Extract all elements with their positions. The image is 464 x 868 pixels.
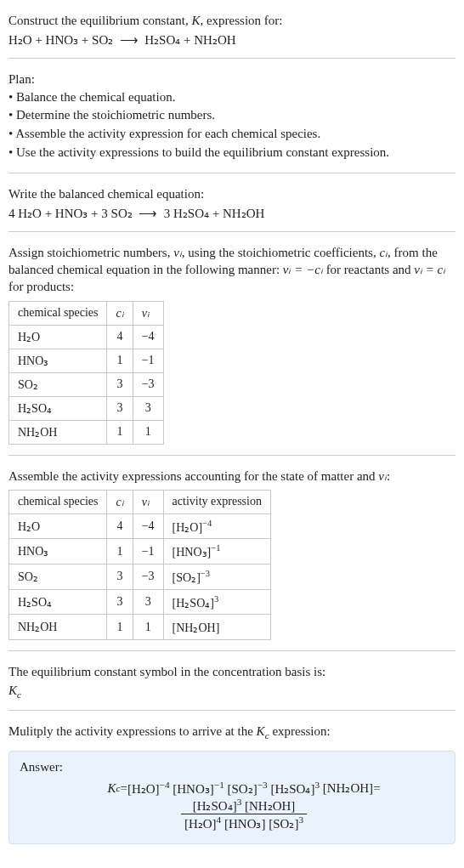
term-base: [NH₂OH]: [245, 799, 295, 813]
cell-ci: 3: [107, 564, 133, 590]
nu-symbol: νᵢ: [173, 246, 182, 259]
multiply-text-part: Mulitply the activity expressions to arr…: [8, 724, 257, 738]
activity-exp: −3: [201, 569, 210, 578]
cell-nui: −4: [133, 513, 163, 539]
term-base: [HNO₃]: [224, 817, 266, 831]
term-base: [H₂SO₄]: [270, 782, 314, 796]
assign-text-part: for products:: [8, 280, 74, 293]
assign-text-part: for reactants and: [323, 263, 414, 276]
cell-species: HNO₃: [9, 539, 107, 564]
table-row: NH₂OH11[NH₂OH]: [9, 615, 271, 640]
cell-nui: −4: [133, 325, 163, 349]
term: [HNO₃]−1: [173, 780, 224, 797]
cell-ci: 4: [107, 513, 133, 539]
term-base: [H₂O]: [127, 782, 160, 796]
intro-text-post: , expression for:: [200, 14, 282, 27]
term: [SO₂]−3: [228, 780, 268, 797]
term-base: [H₂O]: [184, 817, 217, 831]
answer-box: Answer: Kc = [H₂O]−4 [HNO₃]−1 [SO₂]−3 [H…: [8, 751, 456, 844]
cell-activity: [SO₂]−3: [163, 564, 270, 590]
divider: [8, 58, 456, 59]
cell-species: SO₂: [9, 372, 107, 396]
cell-species: NH₂OH: [9, 420, 107, 444]
assemble-text-part: Assemble the activity expressions accoun…: [8, 469, 378, 483]
page: Construct the equilibrium constant, K, e…: [0, 0, 464, 858]
intro-section: Construct the equilibrium constant, K, e…: [8, 7, 456, 56]
cell-ci: 3: [107, 372, 133, 396]
assemble-text-part: :: [387, 469, 390, 483]
term-base: [H₂SO₄]: [193, 799, 237, 813]
balanced-eq-lhs: 4 H₂O + HNO₃ + 3 SO₂: [8, 207, 133, 220]
table-row: HNO₃1−1[HNO₃]−1: [9, 539, 271, 564]
table-row: NH₂OH11: [9, 420, 164, 444]
divider: [8, 650, 456, 651]
plan-section: Plan: • Balance the chemical equation. •…: [8, 65, 456, 170]
cell-nui: −1: [133, 539, 163, 564]
col-species: chemical species: [9, 490, 107, 513]
term-exp: 3: [237, 797, 242, 807]
term-base: [SO₂]: [269, 817, 298, 831]
assign-text-part: Assign stoichiometric numbers,: [8, 246, 173, 259]
cell-species: H₂O: [9, 325, 107, 349]
table-row: SO₂3−3[SO₂]−3: [9, 564, 271, 590]
equals-sign: =: [120, 781, 127, 796]
cell-activity: [HNO₃]−1: [163, 539, 270, 564]
answer-expression: Kc = [H₂O]−4 [HNO₃]−1 [SO₂]−3 [H₂SO₄]3 […: [20, 780, 444, 831]
term: [NH₂OH]: [323, 780, 373, 796]
activity-base: [SO₂]: [173, 571, 201, 584]
activity-base: [H₂O]: [173, 520, 203, 533]
cell-species: HNO₃: [9, 349, 107, 372]
multiply-text-part: expression:: [269, 724, 331, 738]
plan-title: Plan:: [8, 71, 456, 88]
cell-species: NH₂OH: [9, 615, 107, 640]
multiply-section: Mulitply the activity expressions to arr…: [8, 718, 456, 746]
term-base: [NH₂OH]: [323, 781, 373, 795]
multiply-text: Mulitply the activity expressions to arr…: [8, 723, 456, 742]
assign-section: Assign stoichiometric numbers, νᵢ, using…: [8, 239, 456, 453]
intro-k: K: [191, 14, 200, 27]
activity-exp: −4: [202, 519, 212, 528]
cell-species: H₂SO₄: [9, 589, 107, 615]
term-exp: 3: [298, 814, 303, 825]
cell-nui: −3: [133, 372, 163, 396]
col-ci: cᵢ: [107, 301, 133, 325]
assign-text: Assign stoichiometric numbers, νᵢ, using…: [8, 244, 456, 296]
plan-bullet: • Use the activity expressions to build …: [8, 144, 456, 162]
table-row: H₂O4−4: [9, 325, 164, 349]
kc-k: K: [257, 724, 265, 738]
cell-nui: −3: [133, 564, 163, 590]
table-row: H₂SO₄33[H₂SO₄]3: [9, 589, 271, 615]
term-exp: 3: [314, 780, 320, 790]
cell-nui: −1: [133, 349, 163, 372]
cell-nui: 1: [133, 615, 163, 640]
fraction-denominator: [H₂O]4 [HNO₃] [SO₂]3: [181, 814, 307, 831]
fraction-numerator: [H₂SO₄]3 [NH₂OH]: [181, 797, 307, 814]
cell-ci: 4: [107, 325, 133, 349]
activity-exp: −1: [211, 543, 220, 553]
cell-nui: 3: [133, 396, 163, 420]
cell-species: H₂O: [9, 513, 107, 539]
col-ci: cᵢ: [107, 490, 133, 513]
table-row: H₂O4−4[H₂O]−4: [9, 513, 271, 539]
term-exp: −3: [257, 780, 268, 790]
cell-nui: 3: [133, 589, 163, 615]
balanced-equation: 4 H₂O + HNO₃ + 3 SO₂ ⟶ 3 H₂SO₄ + NH₂OH: [8, 206, 456, 221]
assign-text-part: , using the stoichiometric coefficients,: [182, 246, 380, 259]
intro-eq-rhs: H₂SO₄ + NH₂OH: [144, 33, 235, 47]
cell-ci: 1: [107, 420, 133, 444]
divider: [8, 231, 456, 232]
table-row: H₂SO₄33: [9, 396, 164, 420]
activity-base: [H₂SO₄]: [173, 596, 214, 609]
arrow-icon: ⟶: [120, 33, 139, 47]
kc-k: K: [107, 781, 116, 796]
intro-text-pre: Construct the equilibrium constant,: [8, 14, 191, 27]
term-exp: 4: [217, 814, 222, 825]
activity-base: [NH₂OH]: [173, 621, 220, 634]
divider: [8, 173, 456, 173]
cell-ci: 1: [107, 539, 133, 564]
activity-table: chemical species cᵢ νᵢ activity expressi…: [8, 490, 271, 640]
table-header-row: chemical species cᵢ νᵢ activity expressi…: [9, 490, 271, 513]
term: [H₂O]−4: [127, 780, 170, 797]
activity-exp: 3: [214, 594, 218, 604]
cell-nui: 1: [133, 420, 163, 444]
